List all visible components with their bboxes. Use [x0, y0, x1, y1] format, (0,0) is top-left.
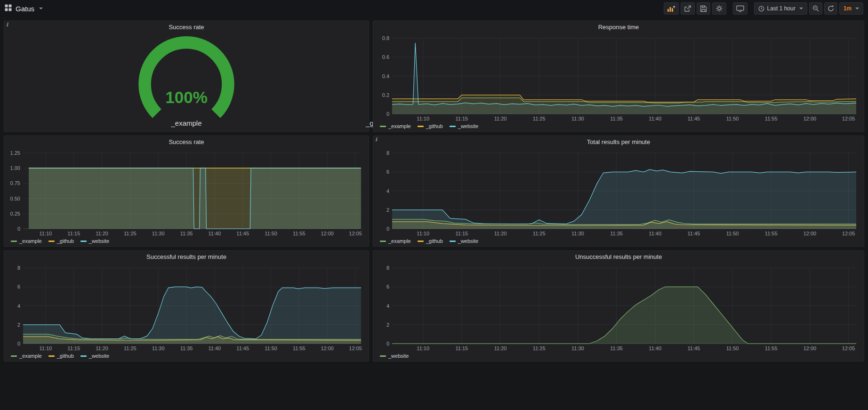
panel-title[interactable]: Successful results per minute [4, 251, 369, 263]
svg-text:11:45: 11:45 [688, 116, 700, 121]
svg-text:11:25: 11:25 [533, 116, 546, 121]
svg-text:11:45: 11:45 [688, 346, 700, 351]
chart-area[interactable]: 0246811:1011:1511:2011:2511:3011:3511:40… [7, 263, 366, 352]
legend-series-name: _website [388, 353, 409, 359]
svg-text:0.8: 0.8 [382, 35, 389, 41]
chart-legend: _example_github_website [376, 122, 861, 130]
legend-item-_github[interactable]: _github [48, 353, 74, 359]
svg-text:11:55: 11:55 [293, 231, 305, 236]
save-button[interactable] [697, 2, 710, 15]
svg-text:11:25: 11:25 [124, 346, 137, 351]
share-button[interactable] [681, 2, 695, 15]
refresh-interval-button[interactable]: 1m [839, 2, 863, 15]
legend-series-name: _website [458, 123, 478, 129]
chart-area[interactable]: 0246811:1011:1511:2011:2511:3011:3511:40… [376, 263, 861, 352]
dashboard-grid-icon [5, 4, 12, 13]
svg-text:11:40: 11:40 [209, 231, 221, 236]
panel-info-icon[interactable]: i [375, 137, 382, 143]
svg-text:0: 0 [386, 111, 389, 117]
svg-text:12:00: 12:00 [804, 116, 817, 121]
legend-item-_website[interactable]: _website [450, 123, 478, 129]
svg-text:11:10: 11:10 [40, 346, 52, 351]
svg-text:0.2: 0.2 [382, 92, 389, 98]
svg-text:11:30: 11:30 [571, 346, 584, 351]
chart-area[interactable]: 0246811:1011:1511:2011:2511:3011:3511:40… [376, 148, 861, 237]
svg-text:11:10: 11:10 [417, 231, 429, 236]
add-panel-button[interactable] [664, 2, 679, 15]
timeseries-plot[interactable]: 0246811:1011:1511:2011:2511:3011:3511:40… [376, 263, 861, 352]
dashboard-picker[interactable]: Gatus [5, 4, 43, 13]
legend-color-mark [380, 126, 386, 127]
svg-text:12:05: 12:05 [842, 116, 855, 121]
svg-text:11:40: 11:40 [649, 346, 661, 351]
dashboard-title: Gatus [16, 5, 34, 13]
timeseries-plot[interactable]: 0246811:1011:1511:2011:2511:3011:3511:40… [7, 263, 366, 352]
panel-success-rate-timeseries: Success rate 00.250.500.751.001.2511:101… [4, 136, 369, 247]
chart-area[interactable]: 00.20.40.60.811:1011:1511:2011:2511:3011… [376, 33, 861, 122]
timeseries-plot[interactable]: 00.20.40.60.811:1011:1511:2011:2511:3011… [376, 33, 861, 122]
svg-text:11:45: 11:45 [236, 231, 249, 236]
svg-text:11:25: 11:25 [533, 346, 546, 351]
svg-text:6: 6 [17, 284, 20, 289]
gauge-label: _example [171, 119, 201, 127]
panel-info-icon[interactable]: i [6, 22, 13, 28]
refresh-icon [828, 5, 834, 12]
zoom-out-magnifier-icon [812, 5, 819, 12]
zoom-out-button[interactable] [809, 2, 822, 15]
time-range-label: Last 1 hour [767, 5, 796, 12]
clock-icon [758, 6, 764, 12]
panel-body: 0246811:1011:1511:2011:2511:3011:3511:40… [373, 148, 864, 246]
panel-unsuccessful-results-per-minute: Unsuccessful results per minute 0246811:… [373, 250, 864, 362]
chart-legend: _website [376, 352, 861, 360]
svg-text:12:00: 12:00 [321, 346, 334, 351]
legend-series-name: _example [388, 238, 411, 244]
panel-title[interactable]: Total results per minute [373, 136, 864, 148]
legend-item-_example[interactable]: _example [380, 123, 411, 129]
settings-button[interactable] [712, 2, 726, 15]
legend-series-name: _example [19, 353, 42, 359]
svg-text:0: 0 [386, 226, 389, 232]
panel-response-time: Response time 00.20.40.60.811:1011:1511:… [373, 21, 864, 132]
svg-text:11:40: 11:40 [649, 231, 661, 236]
legend-item-_github[interactable]: _github [418, 123, 443, 129]
svg-text:11:20: 11:20 [96, 346, 108, 351]
svg-text:4: 4 [17, 303, 20, 309]
legend-item-_website[interactable]: _website [380, 353, 409, 359]
svg-text:1.25: 1.25 [10, 150, 20, 156]
chart-area[interactable]: 00.250.500.751.001.2511:1011:1511:2011:2… [7, 148, 366, 237]
svg-text:11:10: 11:10 [40, 231, 52, 236]
svg-text:2: 2 [17, 322, 20, 328]
svg-text:11:10: 11:10 [417, 116, 429, 121]
timeseries-plot[interactable]: 00.250.500.751.001.2511:1011:1511:2011:2… [7, 148, 366, 237]
gauge-row: 100%_example100%_github78.34%_website [7, 33, 366, 130]
legend-item-_github[interactable]: _github [418, 238, 443, 244]
legend-item-_example[interactable]: _example [11, 353, 42, 359]
navbar-left: Gatus [5, 4, 43, 13]
panel-title[interactable]: Unsuccessful results per minute [373, 251, 864, 263]
panel-body: 0246811:1011:1511:2011:2511:3011:3511:40… [373, 263, 864, 361]
legend-item-_example[interactable]: _example [380, 238, 411, 244]
legend-item-_example[interactable]: _example [11, 238, 42, 244]
legend-item-_website[interactable]: _website [80, 238, 109, 244]
svg-text:0.25: 0.25 [10, 211, 20, 217]
legend-item-_website[interactable]: _website [450, 238, 478, 244]
svg-text:6: 6 [386, 169, 389, 175]
timeseries-plot[interactable]: 0246811:1011:1511:2011:2511:3011:3511:40… [376, 148, 861, 237]
svg-text:0.50: 0.50 [10, 196, 20, 201]
gauge-value: 100% [165, 88, 208, 106]
cycle-view-mode-button[interactable] [733, 2, 747, 15]
svg-text:11:45: 11:45 [688, 231, 700, 236]
panel-title[interactable]: Response time [373, 21, 864, 33]
time-range-button[interactable]: Last 1 hour [754, 2, 807, 15]
panel-title[interactable]: Success rate [4, 136, 369, 148]
refresh-button[interactable] [824, 2, 837, 15]
legend-item-_github[interactable]: _github [48, 238, 74, 244]
svg-text:12:05: 12:05 [842, 231, 855, 236]
svg-text:2: 2 [386, 322, 389, 328]
panel-title[interactable]: Success rate [4, 21, 369, 33]
svg-text:8: 8 [386, 265, 389, 271]
legend-item-_website[interactable]: _website [80, 353, 109, 359]
panel-body: 100%_example100%_github78.34%_website [4, 33, 369, 131]
svg-text:11:25: 11:25 [124, 231, 137, 236]
svg-text:0.6: 0.6 [382, 54, 389, 60]
